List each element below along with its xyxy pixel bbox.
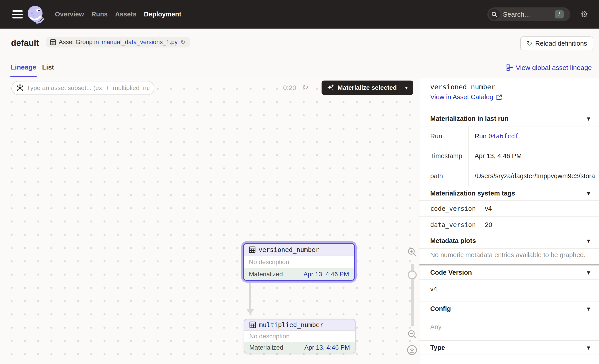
asset-node-status: Materialized [249,271,283,278]
config-value: Any [430,323,441,331]
zoom-in-icon[interactable] [407,247,417,257]
asset-group-file-link[interactable]: manual_data_versions_1.py [102,39,178,45]
search-placeholder: Search... [503,11,555,18]
tab-lineage[interactable]: Lineage [11,63,36,71]
lineage-edge [249,282,251,310]
table-row: Run Run 04a6fcdf [419,126,599,146]
section-materialization-system-tags[interactable]: Materialization system tags▾ [419,186,599,200]
hamburger-menu-icon[interactable] [12,10,23,18]
search-shortcut-key: / [555,10,564,18]
zoom-slider-handle[interactable] [408,270,417,279]
chevron-down-icon: ▾ [587,344,590,351]
lineage-edge-arrowhead [247,309,254,314]
lineage-graph-icon [506,64,513,71]
asset-table-icon [249,246,256,253]
section-metadata-plots[interactable]: Metadata plots▾ [419,233,599,248]
primary-nav: Overview Runs Assets Deployment [55,0,181,29]
refresh-timer: 0:20 [283,84,296,92]
section-code-version[interactable]: Code Version▾ [419,265,599,279]
section-materialization-last-run[interactable]: Materialization in last run▾ [419,111,599,126]
table-row: data_version 20 [419,217,599,233]
asset-group-table-icon [50,39,56,45]
code-version-value: v4 [430,286,437,293]
asset-table-icon [249,321,256,328]
materialize-selected-button[interactable]: Materialize selected ▾ [322,80,413,95]
asset-node-description: No description [244,331,355,342]
nav-item-runs[interactable]: Runs [91,11,108,18]
canvas-refresh-icon[interactable]: ↻ [302,83,308,92]
chevron-down-icon: ▾ [587,237,590,244]
asset-subset-input[interactable]: Type an asset subset... (ex: ++multiplie… [11,81,154,95]
chevron-down-icon: ▾ [587,115,590,122]
top-navbar: Overview Runs Assets Deployment Search..… [0,0,599,29]
path-link[interactable]: /Users/sryza/dagster/tmppvqwm9e3/stora [475,172,595,180]
search-input[interactable]: Search... / [487,8,570,21]
asset-graph-icon [17,84,24,92]
section-config[interactable]: Config▾ [419,301,599,316]
asset-node-versioned-number[interactable]: versioned_number No description Material… [243,243,355,281]
metadata-plots-empty-message: No numeric metadata entries available to… [430,251,585,259]
asset-node-description: No description [244,256,354,268]
asset-subset-placeholder: Type an asset subset... (ex: ++multiplie… [27,84,150,92]
table-row: path /Users/sryza/dagster/tmppvqwm9e3/st… [419,166,599,186]
reload-definitions-button[interactable]: ↻ Reload definitions [520,36,593,50]
asset-node-multiplied-number[interactable]: multiplied_number No description Materia… [244,319,355,353]
settings-gear-icon[interactable]: ⚙ [581,10,588,18]
section-type[interactable]: Type▾ [419,340,599,355]
external-link-icon [496,94,502,100]
chevron-down-icon: ▾ [587,305,590,312]
asset-node-name: versioned_number [259,246,319,253]
sparkle-icon [327,84,335,92]
page-header: default Asset Group in manual_data_versi… [0,29,599,59]
view-in-asset-catalog-link[interactable]: View in Asset Catalog [430,93,502,101]
view-global-asset-lineage-link[interactable]: View global asset lineage [506,64,592,71]
download-image-icon[interactable] [407,345,417,355]
materialize-dropdown-caret[interactable]: ▾ [399,80,413,95]
asset-node-name: multiplied_number [259,321,324,329]
sidebar-asset-title: versioned_number [430,83,495,91]
asset-group-badge: Asset Group in manual_data_versions_1.py… [46,37,190,47]
app-root: Overview Runs Assets Deployment Search..… [0,0,599,364]
asset-group-label: Asset Group in [59,39,99,46]
search-icon [489,9,500,20]
chevron-down-icon: ▾ [587,190,590,197]
panel-splitter[interactable] [419,264,599,265]
reload-icon: ↻ [527,40,532,47]
badge-refresh-icon[interactable]: ↻ [180,38,185,46]
nav-item-overview[interactable]: Overview [55,11,84,18]
nav-item-assets[interactable]: Assets [115,11,136,18]
dagster-logo[interactable] [26,5,45,24]
asset-detail-sidebar: versioned_number View in Asset Catalog M… [419,78,599,364]
page-title: default [11,38,39,48]
asset-node-timestamp[interactable]: Apr 13, 4:46 PM [304,271,349,278]
asset-node-status: Materialized [249,344,283,351]
nav-item-deployment[interactable]: Deployment [144,11,181,18]
table-row: code_version v4 [419,200,599,217]
chevron-down-icon: ▾ [587,269,590,276]
tabs-row: Lineage List View global asset lineage [0,59,599,78]
tab-list[interactable]: List [42,63,54,71]
asset-node-timestamp[interactable]: Apr 13, 4:46 PM [304,344,350,351]
table-row: Timestamp Apr 13, 4:46 PM [419,146,599,166]
zoom-out-icon[interactable] [407,329,417,339]
run-link[interactable]: Run 04a6fcdf [469,126,599,146]
lineage-canvas[interactable]: Type an asset subset... (ex: ++multiplie… [0,78,419,364]
